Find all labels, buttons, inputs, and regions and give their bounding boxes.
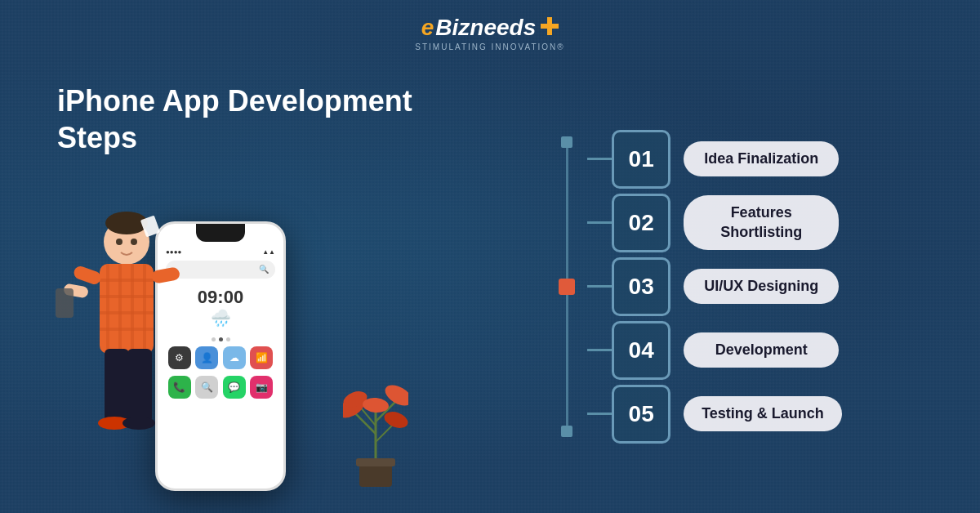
step-label-1: Idea Finalization [684,141,839,176]
page-dots [166,337,275,341]
phone-notch [196,224,245,242]
step-number-box-3: 03 [612,257,670,316]
app-contacts: 👤 [195,346,218,369]
step-label-text-2: FeaturesShortlisting [720,203,802,242]
h-line-4 [587,349,612,351]
app-search: 🔍 [195,376,218,399]
phone-weather: 🌧️ [166,308,275,328]
phone-status-bar: ●●●● ▲▲ [166,248,275,256]
svg-rect-6 [118,264,122,354]
h-line-5 [587,413,612,415]
connector-mid-dot [559,279,575,295]
step-number-5: 05 [629,401,654,427]
step-row-1: 01 Idea Finalization [587,130,842,189]
svg-rect-12 [100,328,154,331]
logo-bizneeds: Bizneeds [435,15,536,41]
svg-rect-1 [541,24,559,29]
app-cloud: ☁ [223,346,246,369]
app-row-1: ⚙ 👤 ☁ 📶 [166,346,275,369]
plant-illustration [343,377,408,491]
step-label-text-3: UI/UX Designing [704,277,818,296]
app-instagram: 📷 [250,376,273,399]
svg-rect-13 [72,264,102,286]
connector-top-dot [561,136,572,148]
step-label-text-1: Idea Finalization [704,149,818,168]
svg-rect-17 [127,349,152,422]
phone-scene: ●●●● ▲▲ 🔍 09:00 🌧️ [33,181,425,491]
svg-rect-5 [106,264,109,354]
step-number-box-2: 02 [612,194,670,252]
svg-rect-9 [100,279,154,282]
phone-time: 09:00 [166,287,275,308]
svg-rect-25 [356,458,395,466]
step-label-4: Development [684,332,839,368]
svg-rect-11 [100,311,154,314]
step-label-3: UI/UX Designing [684,269,839,304]
app-wifi: 📶 [250,346,273,369]
step-number-box-5: 05 [612,385,670,444]
step-row-2: 02 FeaturesShortlisting [587,194,842,252]
step-number-box-1: 01 [612,130,670,189]
app-row-2: 📞 🔍 💬 📷 [166,376,275,399]
svg-point-21 [116,239,122,245]
person-illustration [41,197,180,491]
logo-plus-icon [541,17,559,35]
steps-list: 01 Idea Finalization 02 FeaturesS [587,107,842,466]
app-whatsapp: 💬 [223,376,246,399]
h-line-1 [587,158,612,160]
svg-rect-8 [143,264,146,354]
left-section: iPhone App Development Steps [33,83,425,491]
svg-point-22 [131,239,137,245]
svg-rect-15 [151,266,180,284]
step-label-5: Testing & Launch [684,396,842,431]
step-row-5: 05 Testing & Launch [587,385,842,444]
connector-bottom-dot [561,426,572,437]
step-row-3: 03 UI/UX Designing [587,257,842,316]
step-row-4: 04 Development [587,321,842,380]
step-number-4: 04 [629,337,654,364]
connector-line-1 [566,148,568,279]
h-line-2 [587,221,612,224]
step-label-2: FeaturesShortlisting [684,195,839,250]
step-number-box-4: 04 [612,321,670,380]
svg-rect-20 [56,288,74,318]
right-section: 01 Idea Finalization 02 FeaturesS [425,107,947,466]
step-label-text-5: Testing & Launch [702,404,824,423]
phone-search-bar: 🔍 [166,261,275,279]
step-label-text-4: Development [715,341,808,359]
header: e Bizneeds stimulating innovation® [0,0,980,60]
connector-line-2 [566,295,568,426]
step-number-1: 01 [629,146,654,172]
svg-rect-7 [131,264,134,354]
logo-tagline: stimulating innovation® [415,42,564,51]
logo: e Bizneeds stimulating innovation® [415,15,564,51]
logo-e: e [421,15,434,41]
h-line-3 [587,285,612,288]
svg-point-19 [122,417,155,430]
page-title: iPhone App Development Steps [57,83,412,156]
svg-rect-10 [100,295,154,298]
svg-rect-16 [105,349,129,422]
step-number-3: 03 [629,274,654,300]
step-number-2: 02 [629,210,654,236]
